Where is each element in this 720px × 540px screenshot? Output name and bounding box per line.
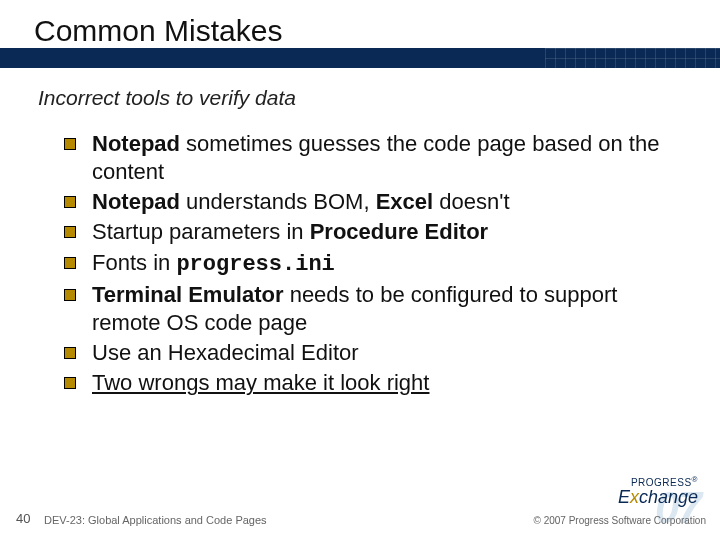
bullet-icon: [64, 196, 76, 208]
logo-wordmark-post: change: [639, 487, 698, 507]
logo: PROGRESS® Exchange: [618, 475, 698, 506]
logo-line1: PROGRESS®: [618, 475, 698, 488]
slide-subtitle: Incorrect tools to verify data: [38, 86, 296, 110]
slide: Common Mistakes Incorrect tools to verif…: [0, 0, 720, 540]
registered-icon: ®: [692, 475, 698, 484]
bullet-text: Notepad understands BOM, Excel doesn't: [92, 188, 510, 216]
list-item: Two wrongs may make it look right: [64, 369, 688, 397]
page-number: 40: [16, 511, 30, 526]
bullet-text: Terminal Emulator needs to be configured…: [92, 281, 688, 337]
list-item: Fonts in progress.ini: [64, 249, 688, 279]
bullet-icon: [64, 347, 76, 359]
list-item: Terminal Emulator needs to be configured…: [64, 281, 688, 337]
title-band: [0, 48, 720, 68]
logo-wordmark-pre: E: [618, 487, 630, 507]
bullet-text: Use an Hexadecimal Editor: [92, 339, 359, 367]
list-item: Use an Hexadecimal Editor: [64, 339, 688, 367]
list-item: Notepad sometimes guesses the code page …: [64, 130, 688, 186]
bullet-icon: [64, 377, 76, 389]
logo-wordmark-x: x: [630, 487, 639, 507]
bullet-icon: [64, 257, 76, 269]
bullet-icon: [64, 138, 76, 150]
bullet-text: Two wrongs may make it look right: [92, 369, 429, 397]
list-item: Notepad understands BOM, Excel doesn't: [64, 188, 688, 216]
bullet-list: Notepad sometimes guesses the code page …: [64, 130, 688, 399]
bullet-text: Notepad sometimes guesses the code page …: [92, 130, 688, 186]
bullet-icon: [64, 289, 76, 301]
bullet-text: Startup parameters in Procedure Editor: [92, 218, 488, 246]
footer-title: DEV-23: Global Applications and Code Pag…: [44, 514, 267, 526]
list-item: Startup parameters in Procedure Editor: [64, 218, 688, 246]
logo-line2: Exchange: [618, 488, 698, 506]
slide-title: Common Mistakes: [34, 14, 288, 48]
bullet-icon: [64, 226, 76, 238]
bullet-text: Fonts in progress.ini: [92, 249, 335, 279]
copyright: © 2007 Progress Software Corporation: [534, 515, 706, 526]
